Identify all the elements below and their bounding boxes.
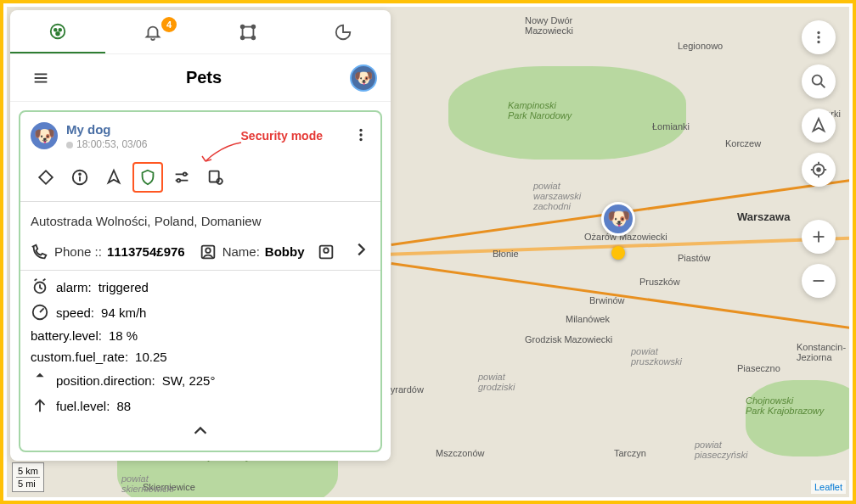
svg-point-18 [79, 173, 81, 175]
svg-point-35 [817, 168, 820, 171]
chevron-right-icon [352, 240, 370, 259]
device-settings-button[interactable] [200, 162, 231, 193]
more-vertical-icon [809, 28, 828, 47]
attribution[interactable]: Leaflet [811, 480, 846, 494]
map-orient-button[interactable] [802, 109, 836, 143]
map-label: Milanówek [566, 314, 610, 324]
locate-icon [809, 160, 828, 179]
svg-point-14 [359, 138, 362, 141]
expand-right-button[interactable] [352, 240, 370, 263]
metric-fuel-rate: custom.fuel_rate:10.25 [31, 350, 370, 364]
svg-point-12 [359, 129, 362, 132]
map-label: Brwinów [589, 295, 625, 305]
metric-battery: battery.level:18 % [31, 328, 370, 343]
map-label: Korczew [725, 138, 761, 148]
svg-point-32 [813, 76, 822, 85]
map-search-button[interactable] [802, 64, 836, 98]
svg-point-30 [817, 36, 819, 38]
minus-icon [809, 272, 828, 290]
map-more-button[interactable] [802, 20, 836, 54]
route-icon [37, 168, 55, 187]
map-label: Tarczyn [614, 448, 646, 458]
metric-speed: speed:94 km/h [31, 303, 370, 322]
search-icon [809, 72, 828, 91]
side-panel: 4 Pets 🐶 🐶 My dog 18:00:53, 03/06 [10, 10, 391, 461]
svg-rect-15 [39, 171, 53, 184]
svg-point-2 [59, 28, 61, 31]
menu-button[interactable] [24, 69, 58, 87]
svg-point-26 [324, 248, 329, 253]
map-label: powiat skierniewicki [121, 473, 174, 494]
position-marker[interactable] [611, 246, 625, 260]
menu-icon [31, 69, 50, 87]
notification-badge: 4 [161, 17, 177, 32]
tab-pets[interactable] [10, 10, 105, 53]
device-gear-icon [206, 168, 225, 187]
more-button[interactable] [352, 126, 370, 148]
info-icon [70, 168, 89, 187]
navigate-icon [104, 168, 123, 187]
pie-chart-icon [334, 23, 352, 42]
pet-card: 🐶 My dog 18:00:53, 03/06 Security mode [19, 110, 382, 452]
plus-icon [809, 227, 828, 246]
map-label: Piaseczno [737, 363, 780, 373]
collapse-button[interactable] [31, 422, 370, 440]
svg-point-6 [252, 25, 256, 28]
map-label: Chojnowski Park Krajobrazowy [746, 395, 824, 416]
zoom-in-button[interactable] [802, 220, 836, 254]
navigate-icon [809, 116, 828, 135]
sliders-icon [172, 168, 191, 187]
direction-icon [31, 371, 49, 389]
route-button[interactable] [31, 162, 61, 193]
tab-notifications[interactable]: 4 [105, 10, 200, 53]
map-locate-button[interactable] [802, 153, 836, 187]
tab-reports[interactable] [296, 10, 391, 53]
info-button[interactable] [65, 162, 95, 193]
phone-icon [31, 243, 49, 261]
contact-icon [317, 243, 335, 261]
map-label: powiat grodziski [478, 372, 515, 392]
action-bar [31, 162, 370, 193]
map-label: Łomianki [652, 121, 690, 132]
map-label: Piastów [678, 253, 711, 263]
map-label: Konstancin- Jeziorna [797, 342, 846, 362]
svg-point-7 [241, 36, 245, 39]
svg-point-19 [183, 173, 187, 176]
scale-indicator: 5 km 5 mi [12, 462, 44, 492]
map-label: Nowy Dwór Mazowiecki [525, 15, 573, 36]
svg-point-8 [252, 36, 256, 39]
info-row: Phone :: 1113754£976 Name: Bobby [31, 240, 370, 263]
map-label: Pruszków [639, 277, 680, 287]
svg-point-13 [359, 133, 362, 136]
tab-bar: 4 [10, 10, 391, 54]
map-label: Kampinoski Park Narodowy [508, 100, 572, 120]
zoom-out-button[interactable] [802, 264, 836, 298]
user-avatar[interactable]: 🐶 [350, 64, 377, 92]
annotation-label: Security mode [241, 129, 323, 143]
settings-route-button[interactable] [166, 162, 197, 193]
panel-header: Pets 🐶 [10, 54, 391, 102]
pet-avatar-icon: 🐶 [31, 122, 58, 149]
map-label: Mszczonów [436, 448, 484, 458]
pet-marker[interactable]: 🐶 [601, 202, 635, 236]
pet-timestamp: 18:00:53, 03/06 [66, 138, 147, 150]
svg-point-1 [54, 28, 57, 31]
svg-point-5 [241, 25, 245, 28]
security-mode-button[interactable] [132, 162, 163, 193]
more-vertical-icon [352, 126, 370, 144]
svg-line-33 [821, 84, 825, 88]
svg-point-31 [817, 41, 819, 43]
map-label: Grodzisk Mazowiecki [525, 334, 612, 344]
tab-geofence[interactable] [200, 10, 296, 53]
navigate-button[interactable] [99, 162, 129, 193]
map-label: Błonie [493, 249, 519, 259]
metric-direction: position.direction:SW, 225° [31, 371, 370, 389]
dog-avatar-icon: 🐶 [601, 202, 635, 236]
contact-icon [199, 243, 217, 261]
map-label: Legionowo [678, 41, 723, 51]
svg-point-24 [206, 248, 211, 253]
pet-name: My dog [66, 122, 147, 137]
metric-fuel-level: fuel.level:88 [31, 396, 370, 415]
arrow-up-icon [31, 396, 49, 415]
svg-point-20 [177, 179, 181, 182]
